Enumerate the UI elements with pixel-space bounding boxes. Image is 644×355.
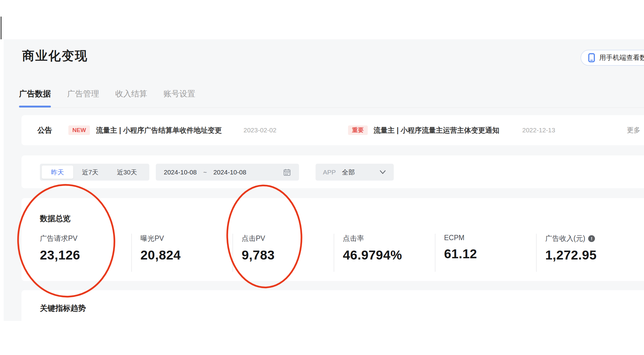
monetization-dashboard: 商业化变现 用手机端查看数据 广告数据 广告管理 收入结算 账号设置 公告 NE… [0, 0, 644, 355]
date-quick-switch: 昨天 近7天 近30天 [40, 164, 149, 181]
metric-item-ecpm: ECPM 61.12 [435, 234, 536, 272]
metric-item-click-rate: 点击率 46.9794% [334, 234, 435, 272]
more-link[interactable]: 更多 [627, 126, 640, 135]
metric-value: 20,824 [140, 248, 232, 263]
metric-item-exposure-pv: 曝光PV 20,824 [131, 234, 232, 272]
metric-label: 广告请求PV [40, 234, 131, 243]
overview-title: 数据总览 [40, 213, 71, 224]
quick-range-yesterday[interactable]: 昨天 [42, 166, 73, 179]
date-range-picker[interactable]: 2024-10-08 ~ 2024-10-08 [156, 164, 299, 181]
new-badge: NEW [68, 126, 90, 135]
metric-value: 61.12 [444, 247, 536, 261]
tab-ad-management[interactable]: 广告管理 [67, 88, 99, 99]
app-filter-select[interactable]: APP 全部 [316, 164, 394, 181]
metric-item-ad-request-pv: 广告请求PV 23,126 [40, 234, 131, 272]
tab-ad-data[interactable]: 广告数据 [19, 88, 51, 99]
app-filter-value: 全部 [342, 168, 355, 177]
quick-range-7days[interactable]: 近7天 [73, 166, 107, 179]
phone-icon [588, 53, 595, 62]
screenshot-edge-artifact [1, 17, 2, 39]
metric-value: 1,272.95 [545, 248, 637, 263]
quick-range-30days[interactable]: 近30天 [107, 166, 147, 179]
metric-label: 曝光PV [140, 234, 232, 243]
metric-value: 9,783 [242, 248, 334, 263]
page-title: 商业化变现 [22, 47, 88, 64]
tab-account-settings[interactable]: 账号设置 [163, 88, 195, 99]
view-on-phone-button[interactable]: 用手机端查看数据 [581, 50, 644, 66]
metric-item-click-pv: 点击PV 9,783 [232, 234, 334, 272]
view-on-phone-label: 用手机端查看数据 [599, 53, 644, 62]
metric-label: 广告收入(元) [545, 234, 585, 243]
filter-bar: 昨天 近7天 近30天 2024-10-08 ~ 2024-10-08 [21, 155, 644, 188]
announcement-bar: 公告 NEW 流量主 | 小程序广告结算单收件地址变更 2023-02-02 重… [21, 115, 644, 145]
metric-label: ECPM [444, 234, 536, 242]
date-range-start: 2024-10-08 [164, 169, 197, 176]
announcement-date: 2022-12-13 [522, 127, 555, 134]
calendar-icon[interactable] [283, 168, 291, 176]
tab-revenue-settlement[interactable]: 收入结算 [115, 88, 147, 99]
metric-item-ad-revenue: 广告收入(元) ! 1,272.95 [536, 234, 637, 272]
tab-bar-divider [19, 107, 644, 108]
metric-value: 46.9794% [343, 248, 435, 263]
announcement-title[interactable]: 流量主 | 小程序流量主运营主体变更通知 [374, 126, 499, 135]
metrics-row: 广告请求PV 23,126 曝光PV 20,824 点击PV 9,783 点击率… [21, 234, 644, 272]
chevron-down-icon[interactable] [379, 170, 386, 175]
date-range-separator: ~ [203, 169, 207, 176]
metric-label: 点击率 [343, 234, 435, 243]
metric-value: 23,126 [40, 248, 131, 263]
overview-card: 数据总览 广告请求PV 23,126 曝光PV 20,824 点击PV 9,78… [21, 198, 644, 281]
announcement-label: 公告 [37, 125, 52, 135]
trend-card: 关键指标趋势 [21, 290, 644, 324]
app-filter-label: APP [323, 169, 336, 176]
important-badge: 重要 [348, 126, 368, 135]
announcement-date: 2023-02-02 [243, 127, 276, 134]
tab-bar: 广告数据 广告管理 收入结算 账号设置 [19, 88, 195, 99]
metric-label: 点击PV [242, 234, 334, 243]
date-range-end: 2024-10-08 [213, 169, 246, 176]
active-tab-underline [19, 106, 51, 107]
info-icon[interactable]: ! [588, 235, 595, 242]
announcement-title[interactable]: 流量主 | 小程序广告结算单收件地址变更 [96, 126, 222, 135]
trend-title: 关键指标趋势 [40, 303, 86, 313]
